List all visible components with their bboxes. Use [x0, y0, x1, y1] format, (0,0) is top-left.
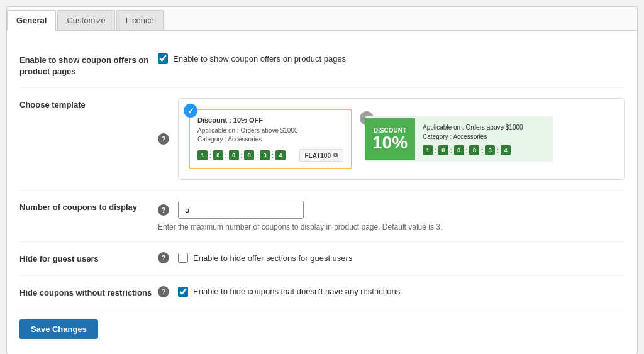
hide-no-restriction-field-label: Enable to hide coupons that doesn't have… [193, 287, 400, 296]
timer-box-4: 8 [244, 150, 254, 160]
hide-no-restriction-control: ? Enable to hide coupons that doesn't ha… [158, 286, 625, 297]
enable-coupon-label: Enable to show coupon offers on product … [19, 53, 158, 77]
template2-right: Applicable on : Orders above $1000 Categ… [415, 116, 553, 162]
num-coupons-label: Number of coupons to display [19, 201, 158, 213]
templates-container: ✓ Discount : 10% OFF Applicable on : Ord… [178, 98, 625, 180]
hide-no-restriction-row: Hide coupons without restrictions ? Enab… [19, 276, 625, 309]
coupon-card-1: Discount : 10% OFF Applicable on : Order… [189, 109, 352, 169]
choose-template-control: ? ✓ Discount : 10% OFF Applicable on : O… [158, 98, 625, 180]
tab-general[interactable]: General [7, 10, 56, 31]
enable-coupon-checkbox-wrapper: Enable to show coupon offers on product … [158, 53, 625, 64]
template-section: ? ✓ Discount : 10% OFF Applicable on : O… [158, 98, 625, 180]
template2-timer: 1 : 0 : 0 : 8 : 3 : [423, 145, 546, 155]
hide-guest-checkbox-wrapper: ? Enable to hide offer sections for gues… [158, 252, 625, 263]
num-coupons-input-row: ? [158, 201, 625, 219]
template2-discount-percent: 10% [372, 134, 408, 152]
num-coupons-help-text: Enter the maximum number of coupons to d… [158, 223, 625, 231]
hide-no-restriction-checkbox-wrapper: ? Enable to hide coupons that doesn't ha… [158, 286, 625, 297]
enable-coupon-row: Enable to show coupon offers on product … [19, 43, 625, 88]
num-coupons-control: ? Enter the maximum number of coupons to… [158, 201, 625, 231]
hide-guest-row: Hide for guest users ? Enable to hide of… [19, 242, 625, 275]
hide-no-restriction-label: Hide coupons without restrictions [19, 286, 158, 299]
tabs-bar: General Customize Licence [7, 7, 637, 31]
num-coupons-row: Number of coupons to display ? Enter the… [19, 191, 625, 242]
template2-left: DISCOUNT 10% [365, 118, 415, 160]
template1-applicable: Applicable on : Orders above $1000 Categ… [197, 126, 343, 144]
template2-applicable: Applicable on : Orders above $1000 Categ… [423, 123, 546, 141]
template1-bottom: 1 : 0 : 0 : 8 : 3 : [197, 149, 343, 162]
num-coupons-help-icon[interactable]: ? [158, 204, 169, 216]
hide-no-restriction-help-icon[interactable]: ? [158, 286, 169, 297]
template-help-icon[interactable]: ? [158, 133, 169, 145]
save-button[interactable]: Save Changes [19, 319, 98, 339]
timer-box-5: 3 [260, 150, 270, 160]
tab-licence[interactable]: Licence [116, 10, 164, 30]
tab-customize[interactable]: Customize [57, 10, 114, 30]
t2-timer-box-6: 4 [501, 145, 511, 155]
template1-discount-label: Discount : 10% OFF [197, 116, 343, 124]
hide-guest-checkbox[interactable] [178, 253, 188, 263]
enable-coupon-checkbox[interactable] [158, 53, 168, 64]
settings-content: Enable to show coupon offers on product … [7, 31, 637, 354]
t2-timer-box-5: 3 [485, 145, 495, 155]
timer-box-1: 1 [197, 150, 208, 160]
timer-box-3: 0 [229, 150, 239, 160]
template-1-item[interactable]: ✓ Discount : 10% OFF Applicable on : Ord… [189, 109, 352, 169]
t2-timer-box-3: 0 [454, 145, 464, 155]
coupon-card-2: DISCOUNT 10% Applicable on : Orders abov… [365, 116, 553, 162]
hide-guest-field-label: Enable to hide offer sections for guest … [193, 253, 352, 263]
template1-timer: 1 : 0 : 0 : 8 : 3 : [197, 150, 286, 160]
hide-guest-control: ? Enable to hide offer sections for gues… [158, 252, 625, 263]
template-2-item[interactable]: DISCOUNT 10% Applicable on : Orders abov… [365, 116, 553, 162]
hide-guest-help-icon[interactable]: ? [158, 252, 169, 263]
hide-no-restriction-checkbox[interactable] [178, 287, 188, 297]
t2-timer-box-4: 8 [469, 145, 479, 155]
num-coupons-input[interactable] [178, 201, 304, 219]
settings-panel: General Customize Licence Enable to show… [6, 6, 638, 354]
t2-timer-box-1: 1 [423, 145, 433, 155]
t2-timer-box-2: 0 [438, 145, 448, 155]
timer-box-2: 0 [213, 150, 223, 160]
enable-coupon-control: Enable to show coupon offers on product … [158, 53, 625, 64]
copy-icon: ⧉ [333, 152, 338, 159]
timer-box-6: 4 [275, 150, 286, 160]
enable-coupon-field-label: Enable to show coupon offers on product … [173, 54, 346, 64]
hide-guest-label: Hide for guest users [19, 252, 158, 265]
choose-template-label: Choose template [19, 98, 158, 111]
save-row: Save Changes [19, 309, 625, 341]
choose-template-row: Choose template ? ✓ Discount : 10% OFF A… [19, 88, 625, 191]
template1-coupon-code: FLAT100 ⧉ [299, 149, 344, 162]
